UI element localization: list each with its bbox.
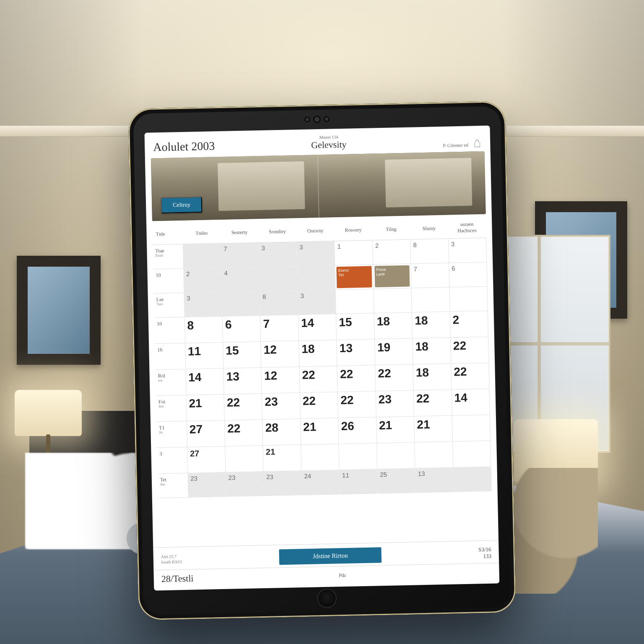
calendar-cell[interactable]: 26 (338, 417, 377, 444)
calendar-cell[interactable]: 4 (221, 267, 260, 292)
calendar-cell[interactable]: 22 (224, 420, 263, 447)
calendar-cell[interactable] (222, 291, 260, 317)
calendar-cell[interactable]: 3 (296, 241, 335, 266)
calendar-cell[interactable]: 19 (374, 338, 413, 365)
calendar-cell[interactable]: 24 (301, 470, 340, 495)
calendar-cell[interactable]: 21 (300, 418, 339, 445)
reserve-button[interactable]: Jdstine Rirton (279, 547, 382, 565)
calendar-cell[interactable]: 14 (298, 314, 337, 341)
calendar-cell[interactable] (453, 467, 491, 492)
row-label: 10 (153, 268, 184, 293)
calendar-cell[interactable]: 22 (224, 394, 262, 421)
calendar-cell[interactable]: 18 (374, 312, 413, 339)
calendar-cell[interactable]: 3 (298, 290, 336, 315)
calendar-cell[interactable]: 22 (337, 365, 376, 392)
calendar-cell[interactable]: 22 (299, 366, 338, 393)
calendar-cell[interactable]: 23 (226, 471, 264, 496)
date-number: 11 (342, 472, 349, 479)
calendar-cell[interactable]: 28 (262, 419, 301, 446)
date-number: 23 (266, 473, 273, 480)
calendar-cell[interactable]: 13 (415, 467, 454, 493)
tablet-device: Aolulet 2003 Mastet 134 Gelevsity P. Csl… (128, 101, 516, 621)
footer2-left: 28/Testli (161, 573, 194, 585)
calendar-cell[interactable] (301, 444, 340, 471)
calendar-cell[interactable] (225, 445, 264, 472)
calendar-event[interactable]: PoctaLantt (374, 265, 410, 288)
calendar-cell[interactable]: 21 (263, 445, 301, 472)
calendar-cell[interactable]: 11 (339, 469, 378, 494)
header-link[interactable]: P. Cslenter tel (443, 143, 468, 148)
calendar-cell[interactable] (339, 443, 377, 470)
calendar-cell[interactable] (374, 288, 412, 313)
calendar-cell[interactable]: 7 (221, 243, 260, 268)
calendar-cell[interactable]: 27 (187, 446, 226, 473)
calendar-cell[interactable]: 7 (260, 315, 299, 342)
calendar-cell[interactable]: 1 (335, 240, 373, 265)
calendar-cell[interactable]: 22 (413, 390, 452, 416)
calendar-cell[interactable]: 6 (222, 316, 261, 343)
calendar-cell[interactable]: 3 (259, 242, 297, 267)
day-header: Ostorny (296, 220, 334, 242)
calendar-cell[interactable]: 18 (299, 340, 337, 367)
price-line-1: S3/16 (478, 546, 491, 553)
calendar-cell[interactable] (452, 415, 491, 441)
app-screen: Aolulet 2003 Mastet 134 Gelevsity P. Csl… (145, 125, 500, 590)
calendar-cell[interactable]: 25 (377, 468, 416, 493)
calendar-cell[interactable]: 23 (188, 472, 226, 497)
hero-cta-button[interactable]: Celtruy (161, 197, 203, 213)
page-title: Aolulet 2003 (153, 139, 215, 154)
calendar-cell[interactable]: 27 (187, 420, 225, 447)
calendar-cell[interactable]: 18 (413, 338, 451, 364)
calendar-cell[interactable]: 8 (410, 239, 449, 264)
calendar-cell[interactable]: 22 (300, 392, 338, 419)
calendar-cell[interactable] (415, 441, 453, 468)
calendar-event[interactable]: ElonctTirt (337, 266, 372, 288)
calendar-cell[interactable]: ElonctTirt (335, 265, 374, 290)
footer2-center[interactable]: Pdc (339, 572, 346, 578)
calendar-cell[interactable] (297, 265, 336, 291)
calendar-cell[interactable]: 21 (376, 416, 415, 443)
calendar-cell[interactable] (452, 441, 491, 467)
calendar-cell[interactable]: 7 (411, 263, 449, 288)
hero-gallery[interactable]: Celtruy (151, 151, 486, 221)
calendar-cell[interactable] (183, 243, 221, 268)
calendar-cell[interactable]: 11 (185, 342, 223, 369)
calendar-cell[interactable]: 8 (184, 316, 223, 343)
footer-meta-2: Sooth R3t15 (161, 559, 182, 565)
cart-icon[interactable] (474, 141, 482, 147)
calendar-cell[interactable]: 3 (184, 292, 223, 317)
calendar-cell[interactable]: 23 (262, 393, 300, 420)
calendar-cell[interactable]: 22 (338, 391, 376, 418)
calendar-cell[interactable]: 2 (450, 311, 488, 338)
calendar-cell[interactable]: 21 (186, 394, 225, 421)
calendar-cell[interactable]: 6 (449, 262, 487, 287)
calendar-cell[interactable] (259, 266, 298, 291)
calendar-cell[interactable]: 8 (260, 291, 298, 316)
calendar-cell[interactable]: 22 (450, 337, 489, 364)
calendar-cell[interactable] (411, 287, 450, 312)
calendar-cell[interactable]: 14 (185, 368, 224, 395)
calendar-cell[interactable]: 15 (223, 342, 261, 369)
calendar-cell[interactable]: 21 (414, 415, 452, 442)
calendar-cell[interactable]: 22 (451, 363, 489, 390)
calendar-cell[interactable]: 23 (263, 471, 302, 496)
date-number: 15 (339, 315, 352, 329)
calendar-cell[interactable]: 13 (223, 368, 262, 395)
calendar-cell[interactable]: 15 (336, 313, 374, 340)
calendar-cell[interactable] (449, 286, 488, 312)
calendar-cell[interactable]: 18 (413, 364, 452, 390)
calendar-cell[interactable] (335, 289, 374, 314)
calendar-cell[interactable]: 14 (452, 389, 490, 415)
home-button[interactable] (317, 588, 337, 608)
calendar-cell[interactable]: 22 (375, 364, 413, 391)
calendar-cell[interactable]: 2 (183, 267, 222, 293)
calendar-cell[interactable]: 2 (372, 239, 411, 265)
calendar-cell[interactable]: 12 (261, 367, 300, 394)
calendar-cell[interactable]: 3 (448, 238, 487, 263)
calendar-cell[interactable] (377, 442, 415, 469)
calendar-cell[interactable]: PoctaLantt (373, 264, 411, 289)
calendar-cell[interactable]: 12 (261, 341, 299, 368)
calendar-cell[interactable]: 13 (337, 339, 375, 366)
calendar-cell[interactable]: 23 (376, 390, 414, 417)
calendar-cell[interactable]: 18 (412, 312, 450, 338)
